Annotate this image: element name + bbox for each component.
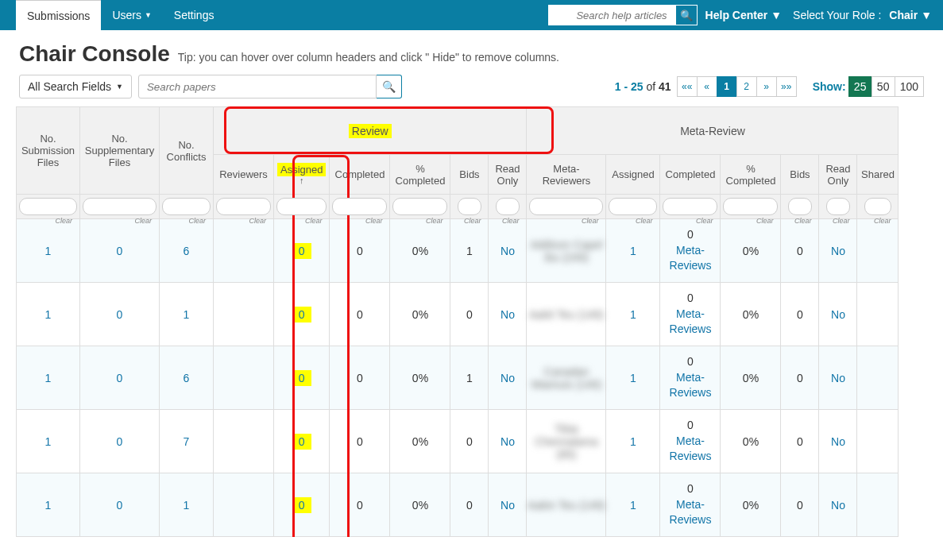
col-meta-reviewers[interactable]: Meta-Reviewers [527, 155, 606, 195]
meta-reviews-link[interactable]: Meta-Reviews [670, 244, 712, 272]
m-readonly-link[interactable]: No [831, 372, 845, 384]
assigned-link[interactable]: 0 [292, 307, 311, 322]
search-field-select[interactable]: All Search Fields ▼ [19, 75, 132, 98]
clear-button[interactable]: Clear [365, 217, 383, 225]
col-m-pct[interactable]: % Completed [721, 155, 781, 195]
help-center-link[interactable]: Help Center▼ [705, 9, 782, 21]
col-readonly[interactable]: Read Only [489, 155, 527, 195]
submission-files-link[interactable]: 1 [45, 372, 52, 384]
paper-search-button[interactable]: 🔍 [377, 75, 402, 98]
clear-button[interactable]: Clear [188, 217, 206, 225]
m-assigned-link[interactable]: 1 [630, 499, 636, 512]
supplementary-files-link[interactable]: 0 [117, 245, 123, 257]
clear-button[interactable]: Clear [636, 217, 653, 225]
col-group-review[interactable]: Review [214, 107, 527, 155]
m-readonly-link[interactable]: No [831, 435, 845, 448]
clear-button[interactable]: Clear [502, 217, 520, 225]
page-2[interactable]: 2 [736, 76, 757, 97]
filter-m-pct[interactable] [723, 198, 778, 215]
conflicts-link[interactable]: 6 [184, 372, 190, 384]
readonly-link[interactable]: No [500, 372, 515, 384]
conflicts-link[interactable]: 7 [184, 435, 190, 448]
filter-pct[interactable] [392, 198, 447, 215]
clear-button[interactable]: Clear [305, 217, 323, 225]
supplementary-files-link[interactable]: 0 [117, 372, 123, 384]
col-completed[interactable]: Completed [330, 155, 390, 195]
readonly-link[interactable]: No [500, 245, 515, 257]
role-selector[interactable]: Chair▼ [889, 9, 932, 21]
submission-files-link[interactable]: 1 [45, 308, 52, 321]
col-reviewers[interactable]: Reviewers [214, 155, 274, 195]
page-next[interactable]: » [756, 76, 777, 97]
submission-files-link[interactable]: 1 [45, 435, 52, 448]
clear-button[interactable]: Clear [874, 217, 891, 225]
meta-reviews-link[interactable]: Meta-Reviews [670, 434, 712, 463]
meta-reviews-link[interactable]: Meta-Reviews [670, 371, 712, 400]
assigned-link[interactable]: 0 [292, 243, 311, 259]
clear-button[interactable]: Clear [582, 217, 599, 225]
col-m-readonly[interactable]: Read Only [819, 155, 857, 195]
clear-button[interactable]: Clear [464, 217, 481, 225]
page-first[interactable]: «« [677, 76, 698, 97]
m-readonly-link[interactable]: No [831, 308, 845, 321]
clear-button[interactable]: Clear [134, 217, 152, 225]
supplementary-files-link[interactable]: 0 [117, 435, 123, 448]
page-prev[interactable]: « [697, 76, 717, 97]
help-search-input[interactable] [548, 5, 675, 25]
size-50[interactable]: 50 [872, 76, 895, 97]
filter-m-assigned[interactable] [609, 198, 657, 215]
meta-reviews-link[interactable]: Meta-Reviews [670, 307, 712, 336]
filter-readonly[interactable] [496, 198, 520, 215]
page-last[interactable]: »» [776, 76, 797, 97]
filter-meta-reviewers[interactable] [529, 198, 603, 215]
filter-bids[interactable] [458, 198, 481, 215]
m-assigned-link[interactable]: 1 [630, 435, 636, 448]
col-conflicts[interactable]: No. Conflicts [160, 107, 214, 195]
col-m-assigned[interactable]: Assigned [606, 155, 660, 195]
submission-files-link[interactable]: 1 [45, 245, 52, 257]
clear-button[interactable]: Clear [55, 217, 72, 225]
supplementary-files-link[interactable]: 0 [117, 308, 123, 321]
tab-users[interactable]: Users▼ [101, 0, 162, 30]
clear-button[interactable]: Clear [249, 217, 266, 225]
paper-search-input[interactable] [138, 75, 377, 98]
supplementary-files-link[interactable]: 0 [117, 499, 123, 512]
col-shared[interactable]: Shared [857, 155, 899, 195]
col-submission-files[interactable]: No. Submission Files [17, 107, 80, 195]
filter-assigned[interactable] [276, 198, 327, 215]
col-m-completed[interactable]: Completed [660, 155, 721, 195]
conflicts-link[interactable]: 1 [184, 499, 190, 512]
clear-button[interactable]: Clear [794, 217, 812, 225]
clear-button[interactable]: Clear [696, 217, 713, 225]
clear-button[interactable]: Clear [833, 217, 850, 225]
col-pct-completed[interactable]: % Completed [390, 155, 450, 195]
assigned-link[interactable]: 0 [292, 370, 311, 386]
m-assigned-link[interactable]: 1 [630, 245, 636, 257]
size-25[interactable]: 25 [848, 76, 872, 97]
m-readonly-link[interactable]: No [831, 499, 845, 512]
filter-reviewers[interactable] [216, 198, 271, 215]
size-100[interactable]: 100 [895, 76, 924, 97]
col-supplementary-files[interactable]: No. Supplementary Files [80, 107, 160, 195]
conflicts-link[interactable]: 1 [184, 308, 190, 321]
col-group-meta-review[interactable]: Meta-Review [527, 107, 899, 155]
conflicts-link[interactable]: 6 [184, 245, 190, 257]
tab-settings[interactable]: Settings [163, 0, 226, 30]
submission-files-link[interactable]: 1 [45, 499, 52, 512]
m-readonly-link[interactable]: No [831, 245, 845, 257]
readonly-link[interactable]: No [500, 435, 515, 448]
filter-supplementary-files[interactable] [83, 198, 157, 215]
col-bids[interactable]: Bids [450, 155, 489, 195]
page-1[interactable]: 1 [717, 76, 737, 97]
clear-button[interactable]: Clear [426, 217, 443, 225]
assigned-link[interactable]: 0 [292, 434, 311, 450]
filter-m-bids[interactable] [788, 198, 812, 215]
clear-button[interactable]: Clear [756, 217, 774, 225]
filter-submission-files[interactable] [19, 198, 77, 215]
col-assigned[interactable]: Assigned↑ [274, 155, 330, 195]
m-assigned-link[interactable]: 1 [630, 372, 636, 384]
m-assigned-link[interactable]: 1 [630, 308, 636, 321]
col-m-bids[interactable]: Bids [781, 155, 819, 195]
filter-shared[interactable] [864, 198, 891, 215]
meta-reviews-link[interactable]: Meta-Reviews [670, 498, 712, 527]
